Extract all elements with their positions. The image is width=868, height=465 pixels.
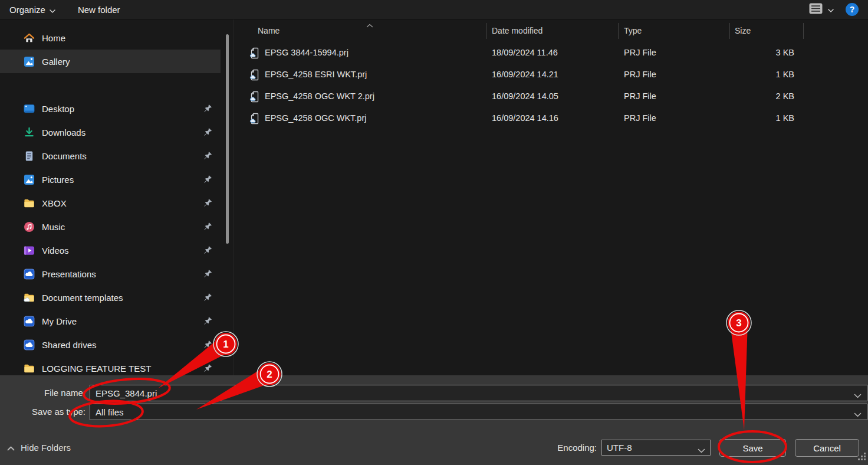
file-row[interactable]: EPSG_4258 ESRI WKT.prj 16/09/2024 14.21 … <box>234 64 868 86</box>
sidebar-scrollbar[interactable] <box>224 19 231 375</box>
sidebar-item-shared-drives[interactable]: Shared drives <box>0 333 221 356</box>
pin-icon <box>203 340 212 349</box>
sidebar-item-label: Presentations <box>42 269 96 279</box>
save-as-type-label: Save as type: <box>0 404 86 420</box>
sidebar-item-icon <box>24 339 35 351</box>
pin-icon <box>203 316 212 325</box>
sidebar-item-label: Videos <box>42 245 69 256</box>
sidebar-item-documents[interactable]: Documents <box>0 144 221 168</box>
sidebar: Home Gallery Desktop <box>0 19 221 375</box>
organize-menu-button[interactable]: Organize <box>6 0 59 19</box>
sidebar-item-xbox[interactable]: XBOX <box>0 191 221 215</box>
save-as-type-select[interactable]: All files <box>90 404 867 420</box>
save-button[interactable]: Save <box>719 439 786 457</box>
new-folder-button[interactable]: New folder <box>74 0 124 19</box>
sidebar-item-icon <box>24 103 35 114</box>
sidebar-item-icon <box>24 268 35 280</box>
encoding-value: UTF-8 <box>602 443 632 453</box>
file-list-panel: Name Date modified Type Size EPSG 3844-1… <box>234 19 868 375</box>
sidebar-item-presentations[interactable]: Presentations <box>0 262 221 286</box>
resize-grip[interactable] <box>857 452 866 463</box>
file-name: EPSG_4258 ESRI WKT.prj <box>265 70 367 79</box>
cancel-button[interactable]: Cancel <box>795 439 859 457</box>
file-size: 2 KB <box>729 91 794 101</box>
sidebar-item-pictures[interactable]: Pictures <box>0 168 221 191</box>
file-type: PRJ File <box>624 113 656 123</box>
column-divider[interactable] <box>486 23 487 39</box>
sidebar-item-label: XBOX <box>42 198 67 208</box>
column-header-name[interactable]: Name <box>258 26 280 35</box>
file-row[interactable]: EPSG 3844-15994.prj 18/09/2024 11.46 PRJ… <box>234 42 868 64</box>
sidebar-top-group: Home Gallery <box>0 26 221 73</box>
chevron-up-icon <box>7 443 15 453</box>
file-name: EPSG_4258 OGC WKT 2.prj <box>265 91 374 101</box>
sidebar-item-label: Shared drives <box>42 340 97 350</box>
sidebar-item-label: My Drive <box>42 316 77 326</box>
pin-icon <box>203 364 212 372</box>
sidebar-item-downloads[interactable]: Downloads <box>0 120 221 144</box>
file-row[interactable]: EPSG_4258 OGC WKT.prj 16/09/2024 14.16 P… <box>234 108 868 130</box>
pin-icon <box>203 57 212 66</box>
new-folder-label: New folder <box>78 5 120 15</box>
toolbar: Organize New folder ? <box>0 0 868 19</box>
pin-icon <box>203 222 212 231</box>
sidebar-item-label: Desktop <box>42 104 74 114</box>
sort-ascending-icon <box>366 20 373 30</box>
pin-icon <box>203 293 212 302</box>
sidebar-item-label: Gallery <box>42 57 70 67</box>
file-type: PRJ File <box>624 91 656 101</box>
prj-file-icon <box>249 113 260 125</box>
sidebar-item-label: Downloads <box>42 127 86 137</box>
column-divider[interactable] <box>729 23 730 39</box>
file-date-modified: 16/09/2024 14.21 <box>492 70 558 79</box>
sidebar-item-gallery[interactable]: Gallery <box>0 50 221 73</box>
sidebar-item-label: Music <box>42 222 65 232</box>
sidebar-item-document-templates[interactable]: Document templates <box>0 286 221 309</box>
file-type: PRJ File <box>624 48 656 57</box>
file-row[interactable]: EPSG_4258 OGC WKT 2.prj 16/09/2024 14.05… <box>234 86 868 108</box>
sidebar-item-label: LOGGING FEATURE TEST <box>42 364 151 374</box>
sidebar-item-icon <box>24 174 35 185</box>
sidebar-item-label: Document templates <box>42 293 123 303</box>
sidebar-item-my-drive[interactable]: My Drive <box>0 309 221 333</box>
sidebar-item-music[interactable]: Music <box>0 215 221 238</box>
hide-folders-button[interactable]: Hide Folders <box>7 443 71 453</box>
chevron-down-icon <box>698 445 705 456</box>
view-mode-button[interactable] <box>809 3 834 17</box>
sidebar-item-icon <box>24 56 35 67</box>
pin-icon <box>203 151 212 160</box>
pin-icon <box>203 269 212 278</box>
column-header-date-modified[interactable]: Date modified <box>492 26 542 35</box>
pin-icon <box>203 175 212 184</box>
file-name-combobox[interactable] <box>90 385 867 401</box>
sidebar-item-icon <box>24 127 35 138</box>
sidebar-item-icon <box>24 198 35 209</box>
file-name-input[interactable] <box>90 388 847 398</box>
column-header-size[interactable]: Size <box>735 26 751 35</box>
column-header-type[interactable]: Type <box>624 26 642 35</box>
list-view-icon <box>809 3 823 17</box>
sidebar-item-home[interactable]: Home <box>0 26 221 50</box>
save-as-type-value: All files <box>90 407 124 417</box>
column-divider[interactable] <box>618 23 619 39</box>
sidebar-item-desktop[interactable]: Desktop <box>0 97 221 120</box>
sidebar-item-logging-feature-test[interactable]: LOGGING FEATURE TEST <box>0 356 221 375</box>
chevron-down-icon[interactable] <box>854 390 862 401</box>
scrollbar-thumb[interactable] <box>226 34 229 244</box>
file-rows: EPSG 3844-15994.prj 18/09/2024 11.46 PRJ… <box>234 42 868 130</box>
bottom-panel: File name: Save as type: All files Hide … <box>0 375 868 465</box>
sidebar-item-videos[interactable]: Videos <box>0 238 221 262</box>
prj-file-icon <box>249 47 260 59</box>
chevron-down-icon[interactable] <box>854 409 862 420</box>
sidebar-item-icon <box>24 363 35 374</box>
help-button[interactable]: ? <box>846 3 859 16</box>
file-name-label: File name: <box>0 385 86 401</box>
sidebar-item-label: Home <box>42 33 65 43</box>
help-icon: ? <box>850 5 855 14</box>
pin-icon <box>203 198 212 207</box>
column-divider[interactable] <box>803 23 804 39</box>
encoding-select[interactable]: UTF-8 <box>601 440 711 456</box>
hide-folders-label: Hide Folders <box>21 443 71 453</box>
file-date-modified: 16/09/2024 14.16 <box>492 113 558 123</box>
sidebar-section-gap <box>0 73 221 97</box>
